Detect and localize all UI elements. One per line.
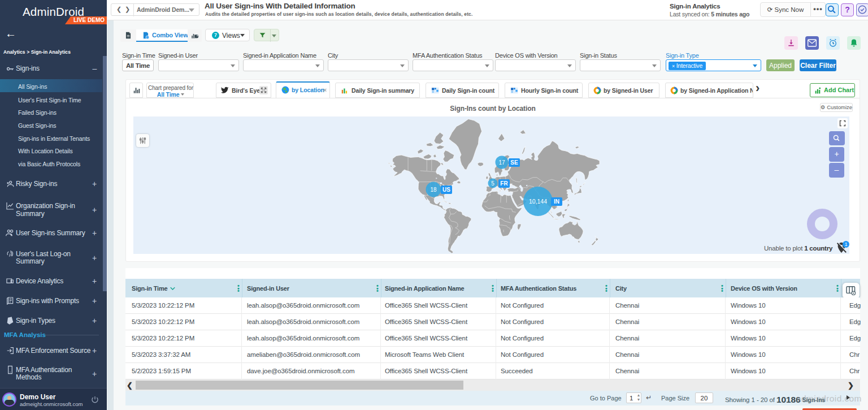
svg-text:IN: IN (554, 198, 559, 205)
svg-text:FR: FR (500, 180, 508, 187)
svg-text:SE: SE (510, 159, 518, 166)
svg-text:10,144: 10,144 (529, 198, 547, 205)
svg-text:US: US (442, 187, 450, 193)
svg-text:18: 18 (430, 187, 437, 193)
svg-text:17: 17 (498, 159, 505, 166)
svg-text:5: 5 (491, 180, 494, 187)
